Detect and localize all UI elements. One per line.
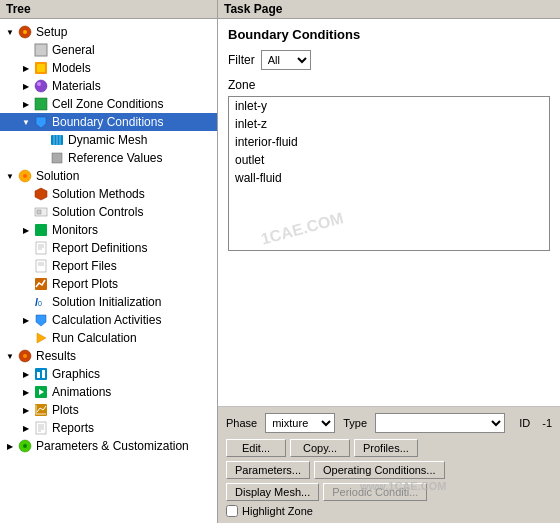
dynamic-mesh-label: Dynamic Mesh xyxy=(68,133,147,147)
highlight-zone-checkbox[interactable] xyxy=(226,505,238,517)
tree-solution[interactable]: Solution xyxy=(0,167,217,185)
report-definitions-label: Report Definitions xyxy=(52,241,147,255)
solution-controls-icon xyxy=(33,204,49,220)
parameters-button[interactable]: Parameters... xyxy=(226,461,310,479)
tree-solution-controls[interactable]: Solution Controls xyxy=(0,203,217,221)
tree-dynamic-mesh[interactable]: Dynamic Mesh xyxy=(0,131,217,149)
tree-graphics[interactable]: Graphics xyxy=(0,365,217,383)
id-value: -1 xyxy=(542,417,552,429)
tree-animations[interactable]: Animations xyxy=(0,383,217,401)
type-select[interactable] xyxy=(375,413,505,433)
svg-rect-7 xyxy=(35,98,47,110)
tree-report-files[interactable]: Report Files xyxy=(0,257,217,275)
results-label: Results xyxy=(36,349,76,363)
copy-button[interactable]: Copy... xyxy=(290,439,350,457)
tree-params[interactable]: Parameters & Customization xyxy=(0,437,217,455)
svg-rect-18 xyxy=(35,224,47,236)
svg-rect-17 xyxy=(37,210,41,214)
expand-params-arrow xyxy=(4,440,16,452)
tree-boundary[interactable]: Boundary Conditions xyxy=(0,113,217,131)
svg-rect-4 xyxy=(37,64,45,72)
general-label: General xyxy=(52,43,95,57)
tree-solution-methods[interactable]: Solution Methods xyxy=(0,185,217,203)
solution-icon xyxy=(17,168,33,184)
zone-item-wall-fluid[interactable]: wall-fluid xyxy=(229,169,549,187)
tree-results[interactable]: Results xyxy=(0,347,217,365)
edit-button[interactable]: Edit... xyxy=(226,439,286,457)
buttons-row1: Edit... Copy... Profiles... xyxy=(226,439,552,457)
tree-general[interactable]: General xyxy=(0,41,217,59)
svg-point-14 xyxy=(23,174,27,178)
solution-controls-label: Solution Controls xyxy=(52,205,143,219)
expand-boundary-arrow xyxy=(20,116,32,128)
zone-item-outlet[interactable]: outlet xyxy=(229,151,549,169)
tree-models[interactable]: Models xyxy=(0,59,217,77)
tree-materials[interactable]: Materials xyxy=(0,77,217,95)
report-plots-icon xyxy=(33,276,49,292)
tree-cell-zone[interactable]: Cell Zone Conditions xyxy=(0,95,217,113)
expand-report-files-arrow xyxy=(20,260,32,272)
phase-select[interactable]: mixture xyxy=(265,413,335,433)
reports-icon xyxy=(33,420,49,436)
svg-point-46 xyxy=(23,444,27,448)
display-mesh-button[interactable]: Display Mesh... xyxy=(226,483,319,501)
phase-type-row: Phase mixture Type ID -1 xyxy=(226,413,552,433)
zone-list[interactable]: inlet-y inlet-z interior-fluid outlet wa… xyxy=(228,96,550,251)
solution-label: Solution xyxy=(36,169,79,183)
svg-point-5 xyxy=(35,80,47,92)
expand-sol-methods-arrow xyxy=(20,188,32,200)
setup-icon xyxy=(17,24,33,40)
tree-monitors[interactable]: Monitors xyxy=(0,221,217,239)
filter-select[interactable]: All xyxy=(261,50,311,70)
materials-icon xyxy=(33,78,49,94)
graphics-icon xyxy=(33,366,49,382)
svg-rect-33 xyxy=(37,372,40,378)
report-files-label: Report Files xyxy=(52,259,117,273)
tree-solution-init[interactable]: I 0 Solution Initialization xyxy=(0,293,217,311)
svg-point-1 xyxy=(23,30,27,34)
svg-rect-19 xyxy=(36,242,46,254)
svg-rect-34 xyxy=(42,370,45,378)
svg-rect-23 xyxy=(36,260,46,272)
tree-report-definitions[interactable]: Report Definitions xyxy=(0,239,217,257)
expand-run-calc-arrow xyxy=(20,332,32,344)
monitors-label: Monitors xyxy=(52,223,98,237)
filter-label: Filter xyxy=(228,53,255,67)
graphics-label: Graphics xyxy=(52,367,100,381)
tree-panel: Tree Setup xyxy=(0,0,218,523)
zone-item-interior-fluid[interactable]: interior-fluid xyxy=(229,133,549,151)
tree-plots[interactable]: Plots xyxy=(0,401,217,419)
profiles-button[interactable]: Profiles... xyxy=(354,439,418,457)
tree-content: Setup General xyxy=(0,19,217,523)
expand-report-plots-arrow xyxy=(20,278,32,290)
expand-sol-controls-arrow xyxy=(20,206,32,218)
periodic-conditions-button[interactable]: Periodic Conditi... xyxy=(323,483,427,501)
tree-calc-activities[interactable]: Calculation Activities xyxy=(0,311,217,329)
models-label: Models xyxy=(52,61,91,75)
expand-sol-init-arrow xyxy=(20,296,32,308)
dynamic-mesh-icon xyxy=(49,132,65,148)
svg-marker-15 xyxy=(35,188,47,200)
task-panel: Task Page Boundary Conditions Filter All… xyxy=(218,0,560,523)
solution-init-label: Solution Initialization xyxy=(52,295,161,309)
reference-icon xyxy=(49,150,65,166)
tree-report-plots[interactable]: Report Plots xyxy=(0,275,217,293)
tree-reports[interactable]: Reports xyxy=(0,419,217,437)
tree-setup[interactable]: Setup xyxy=(0,23,217,41)
expand-cellzone-arrow xyxy=(20,98,32,110)
operating-conditions-button[interactable]: Operating Conditions... xyxy=(314,461,445,479)
tree-run-calculation[interactable]: Run Calculation xyxy=(0,329,217,347)
report-definitions-icon xyxy=(33,240,49,256)
zone-label: Zone xyxy=(228,78,550,92)
zone-item-inlet-y[interactable]: inlet-y xyxy=(229,97,549,115)
monitors-icon xyxy=(33,222,49,238)
svg-rect-2 xyxy=(35,44,47,56)
solution-methods-label: Solution Methods xyxy=(52,187,145,201)
type-label: Type xyxy=(343,417,367,429)
bottom-section: Phase mixture Type ID -1 Edit... Copy...… xyxy=(218,406,560,523)
tree-header: Tree xyxy=(0,0,217,19)
expand-report-def-arrow xyxy=(20,242,32,254)
zone-item-inlet-z[interactable]: inlet-z xyxy=(229,115,549,133)
tree-reference-values[interactable]: Reference Values xyxy=(0,149,217,167)
expand-monitors-arrow xyxy=(20,224,32,236)
